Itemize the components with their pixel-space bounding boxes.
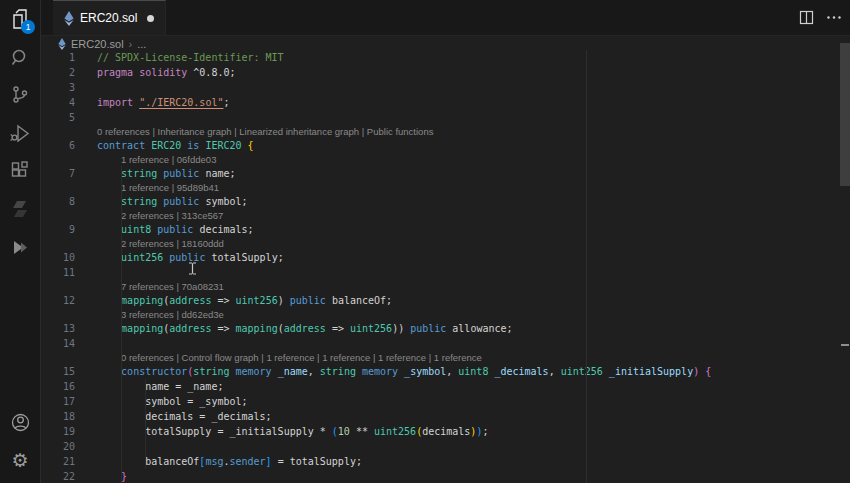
settings-button[interactable]: ⚙ xyxy=(0,441,40,479)
more-actions-icon[interactable] xyxy=(826,10,842,25)
sidebar-item-source-control[interactable] xyxy=(0,76,40,114)
sidebar-item-solidity[interactable] xyxy=(0,190,40,228)
explorer-badge: 1 xyxy=(21,20,35,34)
line-number[interactable]: 3 xyxy=(40,80,75,95)
codelens[interactable]: 3 references | dd62ed3e xyxy=(40,308,850,321)
codelens[interactable]: 2 references | 18160ddd xyxy=(40,237,850,250)
line-number[interactable]: 5 xyxy=(40,110,75,125)
code-editor[interactable]: 1// SPDX-License-Identifier: MIT2pragma … xyxy=(40,50,850,483)
line-number[interactable]: 16 xyxy=(40,379,75,394)
line-number[interactable]: 12 xyxy=(40,293,75,308)
line-number[interactable]: 13 xyxy=(40,321,75,336)
sidebar-item-search[interactable] xyxy=(0,38,40,76)
codelens[interactable]: 0 references | Control flow graph | 1 re… xyxy=(40,351,850,364)
line-number[interactable]: 19 xyxy=(40,424,75,439)
line-number[interactable]: 20 xyxy=(40,439,75,454)
codelens[interactable]: 1 reference | 06fdde03 xyxy=(40,153,850,166)
breadcrumb-ellipsis[interactable]: ... xyxy=(137,38,146,50)
codelens[interactable]: 2 references | 313ce567 xyxy=(40,209,850,222)
codelens[interactable]: 7 references | 70a08231 xyxy=(40,280,850,293)
ethereum-arrow-icon xyxy=(11,238,30,257)
line-number[interactable]: 2 xyxy=(40,65,75,80)
line-number[interactable]: 8 xyxy=(40,194,75,209)
codelens[interactable]: 1 reference | 95d89b41 xyxy=(40,181,850,194)
run-debug-icon xyxy=(10,123,31,144)
line-number[interactable]: 11 xyxy=(40,265,75,280)
breadcrumb-file[interactable]: ERC20.sol xyxy=(71,38,124,50)
code-line[interactable]: totalSupply = _initialSupply * (10 ** ui… xyxy=(75,424,488,439)
code-line[interactable]: name = _name; xyxy=(75,379,223,394)
ethereum-file-icon-small xyxy=(58,38,66,50)
code-line[interactable] xyxy=(75,110,97,125)
line-number[interactable]: 1 xyxy=(40,50,75,65)
overview-ruler-mark xyxy=(841,344,849,346)
code-line[interactable]: // SPDX-License-Identifier: MIT xyxy=(75,50,284,65)
tab-erc20sol[interactable]: ERC20.sol xyxy=(53,0,166,35)
sidebar-item-explorer[interactable]: 1 xyxy=(0,0,40,38)
extensions-icon xyxy=(10,161,30,181)
code-line[interactable] xyxy=(75,265,97,280)
code-line[interactable] xyxy=(75,336,97,351)
line-number[interactable]: 6 xyxy=(40,138,75,153)
code-line[interactable]: string public name; xyxy=(75,166,236,181)
line-number[interactable]: 14 xyxy=(40,336,75,351)
breadcrumb: ERC20.sol › ... xyxy=(40,36,850,51)
code-line[interactable] xyxy=(75,80,97,95)
line-number[interactable]: 21 xyxy=(40,454,75,469)
editor-group: ERC20.sol ERC20.sol › ... xyxy=(40,0,850,483)
code-line[interactable]: decimals = _decimals; xyxy=(75,409,272,424)
tab-label: ERC20.sol xyxy=(80,11,137,25)
line-number[interactable]: 17 xyxy=(40,394,75,409)
line-number[interactable]: 7 xyxy=(40,166,75,181)
codelens[interactable]: 0 references | Inheritance graph | Linea… xyxy=(40,125,850,138)
source-control-icon xyxy=(10,85,30,105)
code-line[interactable] xyxy=(75,439,97,454)
line-number[interactable]: 15 xyxy=(40,364,75,379)
activity-bar: 1 xyxy=(0,0,41,483)
tab-bar: ERC20.sol xyxy=(40,0,850,36)
account-button[interactable] xyxy=(0,403,40,441)
code-line[interactable]: balanceOf[msg.sender] = totalSupply; xyxy=(75,454,362,469)
code-line[interactable]: pragma solidity ^0.8.0; xyxy=(75,65,235,80)
ethereum-file-icon xyxy=(64,11,74,26)
sidebar-item-ethereum[interactable] xyxy=(0,228,40,266)
code-line[interactable]: mapping(address => mapping(address => ui… xyxy=(75,321,513,336)
code-line[interactable]: contract ERC20 is IERC20 { xyxy=(75,138,254,153)
code-line[interactable]: uint8 public decimals; xyxy=(75,222,254,237)
code-line[interactable]: symbol = _symbol; xyxy=(75,394,248,409)
line-number[interactable]: 18 xyxy=(40,409,75,424)
solidity-s-icon xyxy=(11,200,29,218)
account-icon xyxy=(10,412,31,433)
line-number[interactable]: 10 xyxy=(40,250,75,265)
mouse-cursor-ibeam xyxy=(188,262,197,275)
line-number[interactable]: 4 xyxy=(40,95,75,110)
line-number[interactable]: 22 xyxy=(40,469,75,483)
code-line[interactable]: constructor(string memory _name, string … xyxy=(75,364,711,379)
scrollbar-thumb[interactable] xyxy=(840,43,850,186)
sidebar-item-extensions[interactable] xyxy=(0,152,40,190)
code-line[interactable]: mapping(address => uint256) public balan… xyxy=(75,293,392,308)
search-icon xyxy=(10,47,31,68)
settings-gear-icon: ⚙ xyxy=(11,449,28,472)
code-line[interactable]: import "./IERC20.sol"; xyxy=(75,95,229,110)
code-line[interactable]: string public symbol; xyxy=(75,194,248,209)
sidebar-item-run-debug[interactable] xyxy=(0,114,40,152)
code-line[interactable]: uint256 public totalSupply; xyxy=(75,250,284,265)
modified-dot[interactable] xyxy=(147,15,154,22)
code-line[interactable]: } xyxy=(75,469,127,483)
split-editor-icon[interactable] xyxy=(799,10,814,25)
breadcrumb-chevron-icon: › xyxy=(129,38,133,50)
line-number[interactable]: 9 xyxy=(40,222,75,237)
